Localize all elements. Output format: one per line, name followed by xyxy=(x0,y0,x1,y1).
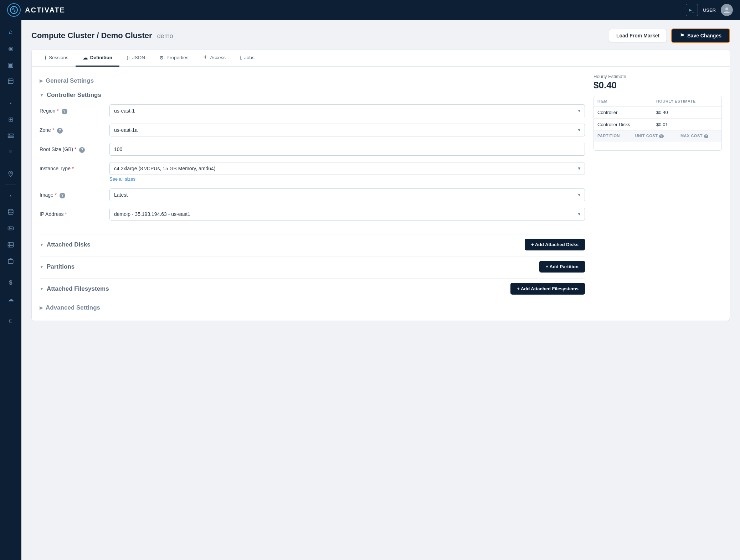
col-max-cost: MAX COST ? xyxy=(677,131,721,141)
user-avatar[interactable] xyxy=(721,4,733,16)
sidebar-item-doc[interactable]: ≡ xyxy=(4,145,18,159)
json-icon: {} xyxy=(127,55,130,60)
nav-right: ▶_ USER xyxy=(686,4,733,16)
root-size-control xyxy=(109,143,585,156)
partitions-chevron: ▼ xyxy=(40,264,44,269)
content-body: ▶ General Settings ▼ Controller Settings… xyxy=(32,67,730,321)
image-help-icon[interactable]: ? xyxy=(60,193,65,198)
page-header: Compute Cluster / Demo Cluster demo Load… xyxy=(31,28,730,43)
zone-select[interactable]: us-east-1a xyxy=(109,124,585,136)
cost-table: ITEM HOURLY ESTIMATE Controller $0.40 xyxy=(594,96,721,131)
instance-type-label: Instance Type * xyxy=(40,162,104,171)
root-size-label: Root Size (GB) * ? xyxy=(40,143,104,153)
sidebar-item-dot1[interactable]: ● xyxy=(4,96,18,110)
region-help-icon[interactable]: ? xyxy=(62,109,67,114)
logo-icon xyxy=(7,3,21,17)
jobs-icon: ℹ xyxy=(240,55,242,61)
root-size-help-icon[interactable]: ? xyxy=(79,147,85,153)
instance-type-select[interactable]: c4.2xlarge (8 vCPUs, 15 GB Memory, amd64… xyxy=(109,162,585,175)
attached-filesystems-header[interactable]: ▼ Attached Filesystems xyxy=(40,285,109,292)
sidebar-item-dot3[interactable]: ● xyxy=(4,188,18,203)
main-content: Compute Cluster / Demo Cluster demo Load… xyxy=(21,20,740,560)
tab-sessions[interactable]: ℹ Sessions xyxy=(37,50,76,67)
main-card: ℹ Sessions ☁ Definition {} JSON ⚙ Proper… xyxy=(31,49,730,321)
image-control: Latest ▼ xyxy=(109,188,585,201)
tab-json[interactable]: {} JSON xyxy=(119,50,152,67)
zone-control: us-east-1a ▼ xyxy=(109,124,585,136)
estimate-label: Hourly Estimate xyxy=(593,74,722,79)
controller-settings-content: Region * ? us-east-1 ▼ xyxy=(40,102,585,233)
sidebar-item-cloud[interactable]: ☁ xyxy=(4,292,18,306)
sidebar-divider-4 xyxy=(5,272,16,272)
root-size-input[interactable] xyxy=(109,143,585,156)
sidebar-item-package[interactable] xyxy=(4,254,18,268)
sidebar-divider-2 xyxy=(5,163,16,163)
instance-type-row: Instance Type * c4.2xlarge (8 vCPUs, 15 … xyxy=(40,162,585,182)
ip-address-select[interactable]: demoip - 35.193.194.63 - us-east1 xyxy=(109,208,585,221)
sidebar-item-storage[interactable] xyxy=(4,221,18,235)
sidebar-item-storage2[interactable] xyxy=(4,238,18,252)
add-partition-button[interactable]: + Add Partition xyxy=(539,261,585,273)
header-actions: Load From Market ⚑ Save Changes xyxy=(609,28,730,43)
ip-address-control: demoip - 35.193.194.63 - us-east1 ▼ xyxy=(109,208,585,221)
sidebar-item-home[interactable]: ⌂ xyxy=(4,25,18,39)
sidebar-item-layout[interactable]: ▣ xyxy=(4,58,18,72)
zone-help-icon[interactable]: ? xyxy=(57,128,63,134)
zone-row: Zone * ? us-east-1a ▼ xyxy=(40,124,585,136)
image-label: Image * ? xyxy=(40,188,104,198)
partition-empty-row xyxy=(594,141,721,150)
sidebar-divider-1 xyxy=(5,92,16,92)
image-row: Image * ? Latest ▼ xyxy=(40,188,585,201)
see-all-sizes-link[interactable]: See all sizes xyxy=(109,176,135,182)
cost-item-disks: Controller Disks xyxy=(594,119,653,131)
tab-definition[interactable]: ☁ Definition xyxy=(76,50,119,67)
svg-point-5 xyxy=(9,134,10,135)
svg-point-1 xyxy=(725,7,728,10)
region-select[interactable]: us-east-1 xyxy=(109,104,585,117)
sidebar-divider-5 xyxy=(5,310,16,310)
attached-disks-section: ▼ Attached Disks + Add Attached Disks xyxy=(40,234,585,255)
chevron-right-icon: ▶ xyxy=(40,78,43,83)
add-attached-filesystems-button[interactable]: + Add Attached Filesystems xyxy=(510,283,585,295)
sidebar-item-location[interactable] xyxy=(4,167,18,181)
estimate-box: Hourly Estimate $0.40 ITEM HOURLY ESTIMA… xyxy=(593,74,722,151)
add-attached-disks-button[interactable]: + Add Attached Disks xyxy=(525,239,585,250)
tab-jobs[interactable]: ℹ Jobs xyxy=(233,50,262,67)
region-row: Region * ? us-east-1 ▼ xyxy=(40,104,585,117)
image-select[interactable]: Latest xyxy=(109,188,585,201)
sidebar-item-server[interactable] xyxy=(4,129,18,143)
load-from-market-button[interactable]: Load From Market xyxy=(609,29,667,42)
tab-access[interactable]: Access xyxy=(196,50,233,67)
flag-icon: ⚑ xyxy=(680,33,684,38)
save-changes-button[interactable]: ⚑ Save Changes xyxy=(671,28,730,43)
attached-filesystems-chevron: ▼ xyxy=(40,286,44,291)
root-size-row: Root Size (GB) * ? xyxy=(40,143,585,156)
brand-name: ACTIVATE xyxy=(25,6,65,14)
cost-value-controller: $0.40 xyxy=(653,107,721,119)
properties-icon: ⚙ xyxy=(159,55,164,61)
controller-settings-header[interactable]: ▼ Controller Settings xyxy=(40,88,585,102)
sidebar-item-grid[interactable]: ⊞ xyxy=(4,112,18,126)
sidebar-item-cube[interactable] xyxy=(4,74,18,88)
form-area: ▶ General Settings ▼ Controller Settings… xyxy=(40,74,585,313)
col-item: ITEM xyxy=(594,96,653,107)
nav-left: ACTIVATE xyxy=(7,3,65,17)
cost-row-controller: Controller $0.40 xyxy=(594,107,721,119)
general-settings-header[interactable]: ▶ General Settings xyxy=(40,74,585,88)
partitions-header[interactable]: ▼ Partitions xyxy=(40,263,74,270)
terminal-icon[interactable]: ▶_ xyxy=(686,4,698,16)
sessions-icon: ℹ xyxy=(45,55,46,61)
attached-disks-header[interactable]: ▼ Attached Disks xyxy=(40,241,91,248)
advanced-settings-header[interactable]: ▶ Advanced Settings xyxy=(40,299,585,313)
tab-properties[interactable]: ⚙ Properties xyxy=(152,50,196,67)
instance-type-control: c4.2xlarge (8 vCPUs, 15 GB Memory, amd64… xyxy=(109,162,585,182)
sidebar-item-database[interactable] xyxy=(4,205,18,219)
estimate-value: $0.40 xyxy=(593,80,722,91)
sidebar-item-dollar[interactable]: $ xyxy=(4,276,18,290)
svg-point-8 xyxy=(8,209,13,211)
ip-address-label: IP Address * xyxy=(40,208,104,217)
sidebar-item-monitor[interactable]: ◉ xyxy=(4,41,18,56)
cost-value-disks: $0.01 xyxy=(653,119,721,131)
ip-address-row: IP Address * demoip - 35.193.194.63 - us… xyxy=(40,208,585,221)
sidebar-item-terminal[interactable]: ⊡ xyxy=(4,314,18,328)
